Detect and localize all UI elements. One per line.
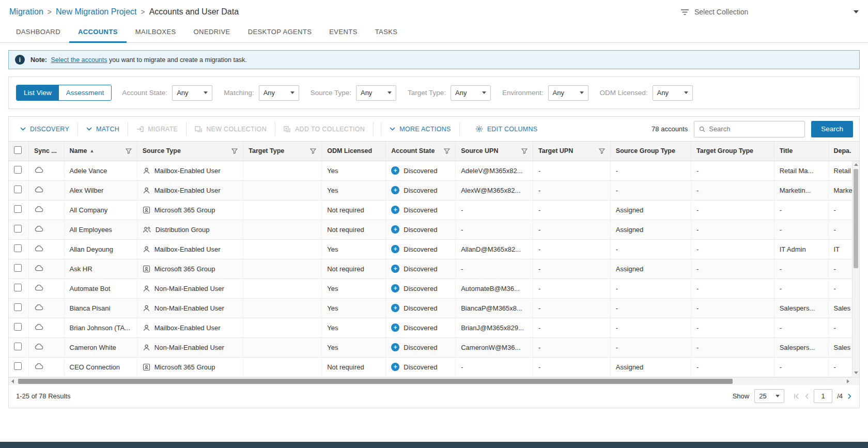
row-checkbox[interactable] [14,186,22,193]
vertical-scrollbar[interactable] [852,161,859,377]
table-row[interactable]: Allan Deyoung Mailbox-Enabled User Yes +… [9,239,859,259]
assessment-button[interactable]: Assessment [59,85,112,100]
column-header-target-group-type[interactable]: Target Group Type [691,142,774,161]
target-type-cell [243,200,322,220]
title-cell: - [774,318,828,337]
column-header-depa[interactable]: Depa. [828,142,859,161]
select-accounts-link[interactable]: Select the accounts [51,56,107,64]
tab-events[interactable]: EVENTS [320,23,366,43]
row-checkbox[interactable] [14,264,22,272]
cloud-sync-icon [34,284,44,291]
table-row[interactable]: Adele Vance Mailbox-Enabled User Yes +Di… [9,161,859,180]
horizontal-scrollbar[interactable] [9,377,859,385]
collection-selector[interactable]: Select Collection [680,8,859,16]
add-to-collection-button[interactable]: ADD TO COLLECTION [275,122,374,136]
filter-value: Any [553,89,564,97]
table-row[interactable]: All Company Microsoft 365 Group Not requ… [9,200,859,220]
filter-funnel-icon[interactable] [521,148,528,154]
row-checkbox[interactable] [14,284,22,291]
tab-desktop-agents[interactable]: DESKTOP AGENTS [239,23,321,43]
filter-select-odm-licensed[interactable]: Any [653,85,693,101]
tab-accounts[interactable]: ACCOUNTS [69,23,127,43]
new-collection-button[interactable]: NEW COLLECTION [187,122,275,136]
scroll-down-arrow[interactable] [854,372,858,374]
filter-select-target-type[interactable]: Any [451,85,491,101]
column-header-odm-licensed[interactable]: ODM Licensed [322,142,386,161]
select-all-checkbox[interactable] [14,146,22,154]
scroll-right-arrow[interactable] [847,379,849,383]
search-button[interactable]: Search [811,121,853,137]
filter-select-account-state[interactable]: Any [172,85,212,101]
filter-funnel-icon[interactable] [126,148,132,154]
m365-group-icon [143,363,150,371]
row-checkbox[interactable] [14,244,22,252]
row-checkbox[interactable] [14,323,22,331]
table-row[interactable]: Brian Johnson (TA... Mailbox-Enabled Use… [9,318,859,337]
row-checkbox[interactable] [14,166,22,174]
breadcrumb-item-migration[interactable]: Migration [9,7,43,17]
note-text: Note: Select the accounts you want to mi… [30,56,247,64]
table-row[interactable]: Automate Bot Non-Mail-Enabled User Yes +… [9,279,859,298]
column-header-sync[interactable]: Sync ... [29,142,64,161]
row-checkbox[interactable] [14,303,22,311]
column-header-source-group-type[interactable]: Source Group Type [610,142,691,161]
first-page-button[interactable] [794,393,800,399]
table-row[interactable]: CEO Connection Microsoft 365 Group Not r… [9,357,859,377]
filter-funnel-icon[interactable] [599,148,605,154]
filter-select-source-type[interactable]: Any [356,85,396,101]
row-checkbox[interactable] [14,205,22,213]
row-checkbox[interactable] [14,343,22,350]
discovery-button[interactable]: DISCOVERY [12,122,78,136]
filter-select-matching[interactable]: Any [259,85,299,101]
column-header-target-upn[interactable]: Target UPN [533,142,611,161]
table-row[interactable]: Alex Wilber Mailbox-Enabled User Yes +Di… [9,180,859,200]
previous-page-button[interactable] [804,393,809,399]
row-checkbox[interactable] [14,362,22,370]
migrate-button[interactable]: MIGRATE [128,122,187,136]
column-header-title[interactable]: Title [774,142,828,161]
search-input[interactable] [709,125,800,133]
breadcrumb-item-new-migration-project[interactable]: New Migration Project [56,7,137,17]
odm-licensed-cell: Yes [322,239,386,259]
column-header-target-type[interactable]: Target Type [243,142,322,161]
column-header-name[interactable]: Name▲ [64,142,137,161]
row-select-cell [9,259,29,279]
filter-label-source-type: Source Type: [311,89,351,97]
vertical-scroll-thumb[interactable] [854,169,858,268]
edit-columns-button[interactable]: EDIT COLUMNS [467,122,546,136]
sync-cell [29,200,64,220]
column-header-account-state[interactable]: Account State [386,142,456,161]
list-view-button[interactable]: List View [17,85,59,100]
show-label: Show [733,392,750,400]
match-button[interactable]: MATCH [78,122,128,136]
tab-mailboxes[interactable]: MAILBOXES [127,23,185,43]
page-size-select[interactable]: 25 [754,389,784,403]
next-page-button[interactable] [847,393,852,399]
scroll-up-arrow[interactable] [854,163,858,166]
filter-funnel-icon[interactable] [310,148,316,154]
account-state-cell: +Discovered [386,298,456,318]
target-type-cell [243,180,322,200]
page-input[interactable] [814,389,832,403]
table-row[interactable]: Cameron White Non-Mail-Enabled User Yes … [9,337,859,357]
column-header-source-type[interactable]: Source Type [137,142,243,161]
discovered-plus-icon: + [391,323,399,332]
account-state-cell: +Discovered [386,357,456,377]
row-checkbox[interactable] [14,225,22,233]
filter-select-environment[interactable]: Any [548,85,588,101]
tab-onedrive[interactable]: ONEDRIVE [185,23,239,43]
tab-tasks[interactable]: TASKS [366,23,407,43]
filter-funnel-icon[interactable] [231,148,238,154]
filter-funnel-icon[interactable] [444,148,450,154]
target-group-type-cell: - [691,357,774,377]
breadcrumb: Migration>New Migration Project>Accounts… [9,7,239,17]
table-row[interactable]: All Employees Distribution Group Not req… [9,220,859,239]
scroll-left-arrow[interactable] [11,379,14,383]
tab-dashboard[interactable]: DASHBOARD [7,23,69,43]
table-row[interactable]: Ask HR Microsoft 365 Group Not required … [9,259,859,279]
target-type-cell [243,357,322,377]
column-header-source-upn[interactable]: Source UPN [456,142,533,161]
more-actions-button[interactable]: MORE ACTIONS [381,122,459,136]
table-row[interactable]: Bianca Pisani Non-Mail-Enabled User Yes … [9,298,859,318]
horizontal-scroll-thumb[interactable] [18,379,733,384]
